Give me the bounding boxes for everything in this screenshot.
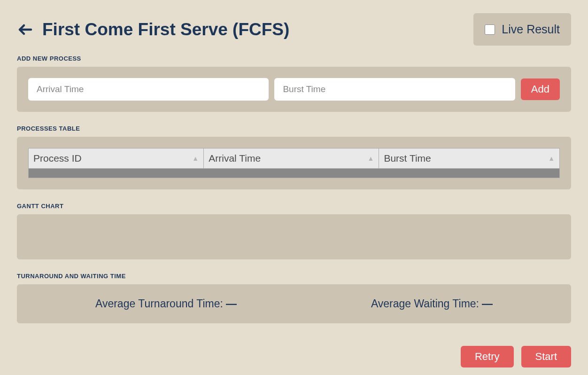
start-button[interactable]: Start bbox=[521, 346, 571, 367]
table-empty-body bbox=[28, 169, 560, 178]
turnaround-label: TURNAROUND AND WAITING TIME bbox=[17, 273, 571, 280]
processes-table-panel: Process ID ▲ Arrival Time ▲ Burst Time ▲ bbox=[17, 137, 571, 189]
avg-turnaround-time: Average Turnaround Time: — bbox=[95, 297, 237, 310]
add-process-panel: Add bbox=[17, 67, 571, 112]
avg-waiting-time: Average Waiting Time: — bbox=[371, 297, 493, 310]
back-arrow-icon[interactable] bbox=[17, 21, 34, 38]
live-result-checkbox[interactable] bbox=[485, 24, 495, 35]
gantt-chart-label: GANTT CHART bbox=[17, 203, 571, 210]
add-new-process-label: ADD NEW PROCESS bbox=[17, 55, 571, 62]
add-button[interactable]: Add bbox=[521, 78, 560, 100]
column-header-process-id[interactable]: Process ID ▲ bbox=[29, 148, 204, 169]
page-title: First Come First Serve (FCFS) bbox=[42, 20, 289, 39]
sort-icon: ▲ bbox=[192, 155, 199, 162]
processes-table-label: PROCESSES TABLE bbox=[17, 125, 571, 132]
processes-table: Process ID ▲ Arrival Time ▲ Burst Time ▲ bbox=[28, 148, 560, 169]
column-header-arrival-time[interactable]: Arrival Time ▲ bbox=[204, 148, 379, 169]
arrival-time-input[interactable] bbox=[28, 78, 269, 101]
live-result-toggle[interactable]: Live Result bbox=[473, 13, 571, 46]
gantt-chart-panel bbox=[17, 214, 571, 259]
retry-button[interactable]: Retry bbox=[461, 346, 514, 367]
sort-icon: ▲ bbox=[548, 155, 555, 162]
turnaround-panel: Average Turnaround Time: — Average Waiti… bbox=[17, 284, 571, 323]
live-result-label: Live Result bbox=[502, 23, 560, 36]
sort-icon: ▲ bbox=[368, 155, 374, 162]
footer-buttons: Retry Start bbox=[17, 346, 571, 367]
column-header-burst-time[interactable]: Burst Time ▲ bbox=[379, 148, 560, 169]
burst-time-input[interactable] bbox=[274, 78, 515, 101]
